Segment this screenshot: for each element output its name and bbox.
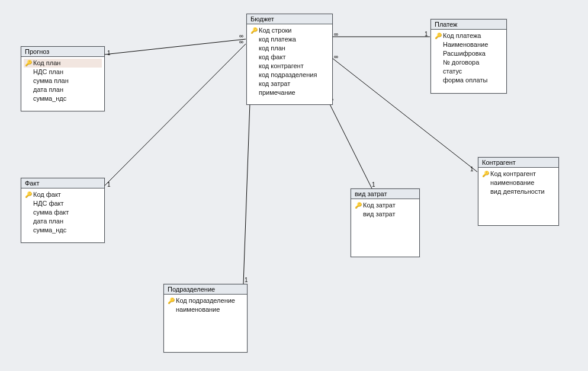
entity-prognoz[interactable]: Прогноз 🔑 Код план НДС план сумма план д…: [21, 46, 105, 111]
field-label: вид деятельности: [490, 187, 555, 196]
field-row[interactable]: Наименование: [433, 40, 504, 49]
field-row[interactable]: 🔑 Код затрат: [354, 201, 417, 210]
field-label: наименование: [176, 305, 243, 314]
field-row[interactable]: код платежа: [249, 35, 330, 44]
field-label: Код план: [33, 59, 101, 68]
field-row[interactable]: сумма_ндс: [24, 94, 102, 103]
entity-title: Прогноз: [21, 47, 104, 57]
key-icon: 🔑: [435, 31, 442, 40]
field-row[interactable]: дата план: [24, 217, 102, 226]
card-many: ∞: [334, 53, 338, 60]
field-row[interactable]: Расшифровка: [433, 49, 504, 58]
field-row[interactable]: код факт: [249, 53, 330, 62]
field-label: форма оплаты: [443, 76, 503, 85]
card-one: 1: [372, 181, 375, 188]
field-label: Код факт: [33, 190, 101, 199]
card-one: 1: [107, 181, 111, 188]
field-row[interactable]: код план: [249, 44, 330, 53]
field-label: сумма факт: [33, 208, 101, 217]
key-icon: 🔑: [25, 190, 32, 199]
field-label: НДС план: [33, 68, 101, 76]
key-icon: 🔑: [250, 26, 258, 35]
entity-title: вид затрат: [351, 189, 419, 199]
field-label: сумма_ндс: [33, 226, 101, 235]
field-row[interactable]: НДС план: [24, 68, 102, 76]
entity-title: Платеж: [431, 20, 506, 30]
field-label: наименование: [490, 178, 555, 187]
field-row[interactable]: наименование: [481, 178, 556, 187]
entity-cost-type[interactable]: вид затрат 🔑 Код затрат вид затрат: [351, 188, 420, 257]
field-row[interactable]: 🔑 Код строки: [249, 26, 330, 35]
entity-title: Подразделение: [164, 284, 247, 295]
field-label: Расшифровка: [443, 49, 503, 58]
field-row[interactable]: 🔑 Код факт: [24, 190, 102, 199]
field-label: код план: [259, 44, 329, 53]
entity-division[interactable]: Подразделение 🔑 Код подразделение наимен…: [163, 284, 248, 353]
field-label: код затрат: [259, 79, 329, 88]
field-label: дата план: [33, 85, 101, 94]
key-icon: 🔑: [482, 169, 489, 178]
field-row[interactable]: наименование: [166, 305, 245, 314]
entity-title: Бюджет: [247, 14, 332, 24]
card-one: 1: [245, 277, 248, 283]
field-row[interactable]: 🔑 Код подразделение: [166, 296, 245, 305]
field-label: Код затрат: [363, 201, 416, 210]
card-many: ∞: [334, 31, 338, 37]
diagram-canvas: 1 ∞ 1 ∞ 1 ∞ 1 ∞ 1 ∞ 1 ∞ Прогноз 🔑 Код пл…: [0, 0, 588, 371]
field-label: № договора: [443, 58, 503, 67]
field-row[interactable]: примечание: [249, 88, 330, 97]
field-row[interactable]: 🔑 Код платежа: [433, 31, 504, 40]
entity-fields: 🔑 Код подразделение наименование: [164, 295, 247, 316]
key-icon: 🔑: [25, 59, 32, 68]
card-one: 1: [425, 31, 428, 37]
field-row[interactable]: вид затрат: [354, 210, 417, 219]
field-row[interactable]: вид деятельности: [481, 187, 556, 196]
field-label: код факт: [259, 53, 329, 62]
field-row[interactable]: сумма факт: [24, 208, 102, 217]
field-label: Код платежа: [443, 31, 503, 40]
entity-fields: 🔑 Код платежа Наименование Расшифровка №…: [431, 30, 506, 87]
card-one: 1: [107, 50, 111, 56]
key-icon: 🔑: [168, 296, 175, 305]
field-row[interactable]: статус: [433, 67, 504, 76]
field-label: примечание: [259, 88, 329, 97]
field-row[interactable]: дата план: [24, 85, 102, 94]
field-row[interactable]: сумма_ндс: [24, 226, 102, 235]
field-label: статус: [443, 67, 503, 76]
entity-fields: 🔑 Код строки код платежа код план код фа…: [247, 24, 332, 100]
field-row[interactable]: 🔑 Код контрагент: [481, 169, 556, 178]
entity-title: Факт: [21, 178, 104, 188]
key-icon: 🔑: [355, 201, 362, 210]
field-label: НДС факт: [33, 199, 101, 208]
field-label: код платежа: [259, 35, 329, 44]
entity-fields: 🔑 Код факт НДС факт сумма факт дата план…: [21, 188, 104, 237]
field-label: Наименование: [443, 40, 503, 49]
entity-contractor[interactable]: Контрагент 🔑 Код контрагент наименование…: [478, 157, 559, 226]
field-label: дата план: [33, 217, 101, 226]
field-row[interactable]: № договора: [433, 58, 504, 67]
card-many: ∞: [239, 39, 243, 45]
field-row[interactable]: код подразделения: [249, 71, 330, 79]
field-row[interactable]: НДС факт: [24, 199, 102, 208]
entity-fact[interactable]: Факт 🔑 Код факт НДС факт сумма факт дата…: [21, 178, 105, 243]
field-row[interactable]: 🔑 Код план: [24, 59, 102, 68]
entity-fields: 🔑 Код план НДС план сумма план дата план…: [21, 57, 104, 105]
entity-title: Контрагент: [478, 158, 558, 168]
field-row[interactable]: код затрат: [249, 79, 330, 88]
field-row[interactable]: форма оплаты: [433, 76, 504, 85]
card-one: 1: [470, 166, 474, 172]
entity-payment[interactable]: Платеж 🔑 Код платежа Наименование Расшиф…: [430, 19, 507, 94]
field-label: код подразделения: [259, 71, 329, 79]
field-row[interactable]: код контрагент: [249, 62, 330, 71]
entity-fields: 🔑 Код затрат вид затрат: [351, 199, 419, 221]
field-label: Код контрагент: [490, 169, 555, 178]
entity-fields: 🔑 Код контрагент наименование вид деятел…: [478, 168, 558, 199]
field-label: сумма_ндс: [33, 94, 101, 103]
field-label: код контрагент: [259, 62, 329, 71]
field-row[interactable]: сумма план: [24, 76, 102, 85]
field-label: вид затрат: [363, 210, 416, 219]
entity-budget[interactable]: Бюджет 🔑 Код строки код платежа код план…: [246, 14, 333, 105]
field-label: Код подразделение: [176, 296, 243, 305]
card-many: ∞: [239, 33, 243, 39]
field-label: Код строки: [259, 26, 329, 35]
